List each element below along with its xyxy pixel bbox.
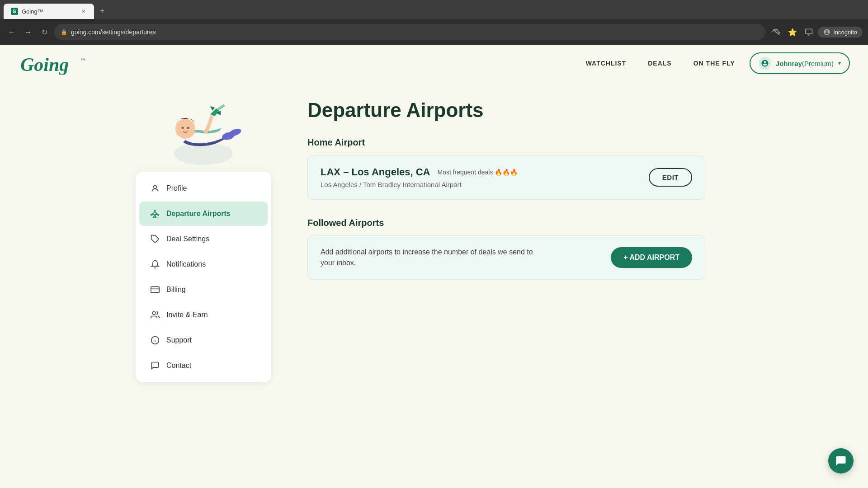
reload-button[interactable]: ↻ xyxy=(38,26,51,38)
svg-point-7 xyxy=(182,127,184,129)
user-profile-button[interactable]: Johnray(Premium) ▾ xyxy=(750,52,850,74)
sidebar: Profile Departure Airports xyxy=(136,81,280,382)
nav-links: WATCHLIST DEALS ON THE FLY xyxy=(586,60,735,67)
bookmark-icon[interactable]: ⭐ xyxy=(785,25,800,39)
nav-logo[interactable]: Going ™ xyxy=(18,52,90,74)
sidebar-item-support[interactable]: Support xyxy=(139,328,268,352)
display-icon[interactable] xyxy=(802,25,816,39)
tab-favicon: G xyxy=(11,8,18,15)
tab-close-button[interactable]: ✕ xyxy=(80,8,87,15)
sidebar-profile-label: Profile xyxy=(166,184,187,192)
sidebar-illustration xyxy=(136,81,271,172)
airport-code: LAX – Los Angeles, CA xyxy=(321,166,430,178)
sidebar-invite-earn-label: Invite & Earn xyxy=(166,311,208,319)
bell-icon xyxy=(150,259,160,269)
browser-chrome: G Going™ ✕ + ← → ↻ 🔒 going.com/settings/… xyxy=(0,0,868,45)
sidebar-item-deal-settings[interactable]: Deal Settings xyxy=(139,227,268,251)
avatar-icon xyxy=(761,59,769,67)
address-bar[interactable]: 🔒 going.com/settings/departures xyxy=(54,24,765,40)
app-wrapper: Going ™ WATCHLIST DEALS ON THE FLY Johnr… xyxy=(0,45,868,488)
sidebar-contact-label: Contact xyxy=(166,361,191,370)
sidebar-deal-settings-label: Deal Settings xyxy=(166,235,209,243)
new-tab-button[interactable]: + xyxy=(96,5,108,17)
sidebar-item-billing[interactable]: Billing xyxy=(139,277,268,302)
sidebar-item-notifications[interactable]: Notifications xyxy=(139,252,268,277)
svg-rect-11 xyxy=(151,286,159,292)
incognito-button[interactable]: Incognito xyxy=(818,27,863,38)
svg-rect-0 xyxy=(806,29,812,34)
edit-airport-button[interactable]: EDIT xyxy=(649,168,692,187)
character-illustration xyxy=(140,84,267,172)
chat-widget-icon xyxy=(835,455,847,467)
svg-point-9 xyxy=(154,185,157,188)
svg-text:™: ™ xyxy=(80,57,85,63)
app-nav: Going ™ WATCHLIST DEALS ON THE FLY Johnr… xyxy=(0,45,868,81)
frequent-badge: Most frequent deals 🔥🔥🔥 xyxy=(437,169,518,176)
sidebar-item-contact[interactable]: Contact xyxy=(139,353,268,378)
chat-widget-button[interactable] xyxy=(828,448,854,474)
logo-svg: Going ™ xyxy=(18,52,90,75)
lock-icon: 🔒 xyxy=(61,29,67,35)
sidebar-item-profile[interactable]: Profile xyxy=(139,176,268,201)
profile-icon xyxy=(150,183,160,193)
user-chevron-icon: ▾ xyxy=(838,60,841,66)
info-icon xyxy=(150,335,160,345)
main-content: Departure Airports Home Airport LAX – Lo… xyxy=(280,81,732,382)
sidebar-billing-label: Billing xyxy=(166,286,186,294)
nav-on-the-fly[interactable]: ON THE FLY xyxy=(693,60,735,67)
url-text: going.com/settings/departures xyxy=(71,28,759,36)
back-button[interactable]: ← xyxy=(5,26,18,38)
svg-text:Going: Going xyxy=(20,54,69,75)
airport-full-name: Los Angeles / Tom Bradley International … xyxy=(321,181,518,188)
tag-icon xyxy=(150,234,160,244)
sidebar-departure-airports-label: Departure Airports xyxy=(166,210,231,218)
sidebar-item-invite-earn[interactable]: Invite & Earn xyxy=(139,303,268,327)
card-icon xyxy=(150,285,160,295)
followed-description: Add additional airports to increase the … xyxy=(321,247,547,268)
sidebar-support-label: Support xyxy=(166,336,192,344)
svg-point-6 xyxy=(175,119,195,139)
airport-dash: – xyxy=(343,166,351,178)
browser-controls: ← → ↻ 🔒 going.com/settings/departures ⭐ xyxy=(0,19,868,45)
incognito-label: Incognito xyxy=(833,29,857,36)
forward-button[interactable]: → xyxy=(22,26,34,38)
people-icon xyxy=(150,310,160,320)
home-airport-section-title: Home Airport xyxy=(307,137,705,148)
user-name: Johnray(Premium) xyxy=(776,60,834,67)
plane-icon xyxy=(150,209,160,219)
page-title: Departure Airports xyxy=(307,99,705,121)
sidebar-menu: Profile Departure Airports xyxy=(136,172,271,382)
nav-watchlist[interactable]: WATCHLIST xyxy=(586,60,627,67)
user-avatar xyxy=(759,57,771,70)
airport-info: LAX – Los Angeles, CA Most frequent deal… xyxy=(321,166,518,188)
sidebar-notifications-label: Notifications xyxy=(166,260,206,268)
followed-airports-card: Add additional airports to increase the … xyxy=(307,235,705,280)
sidebar-item-departure-airports[interactable]: Departure Airports xyxy=(139,202,268,226)
home-airport-card: LAX – Los Angeles, CA Most frequent deal… xyxy=(307,155,705,200)
browser-tab-active[interactable]: G Going™ ✕ xyxy=(4,4,94,19)
camera-off-icon[interactable] xyxy=(769,25,783,39)
nav-deals[interactable]: DEALS xyxy=(648,60,671,67)
add-airport-button[interactable]: + ADD AIRPORT xyxy=(611,247,692,268)
followed-airports-section-title: Followed Airports xyxy=(307,218,705,228)
tab-title: Going™ xyxy=(22,8,76,15)
page-content: Profile Departure Airports xyxy=(118,81,750,382)
airport-code-line: LAX – Los Angeles, CA Most frequent deal… xyxy=(321,166,518,178)
browser-tab-bar: G Going™ ✕ + xyxy=(0,0,868,19)
chat-icon xyxy=(150,361,160,371)
svg-point-8 xyxy=(187,127,189,129)
svg-point-13 xyxy=(152,312,156,315)
browser-right-controls: ⭐ Incognito xyxy=(769,25,863,39)
going-logo: Going ™ xyxy=(18,52,90,74)
